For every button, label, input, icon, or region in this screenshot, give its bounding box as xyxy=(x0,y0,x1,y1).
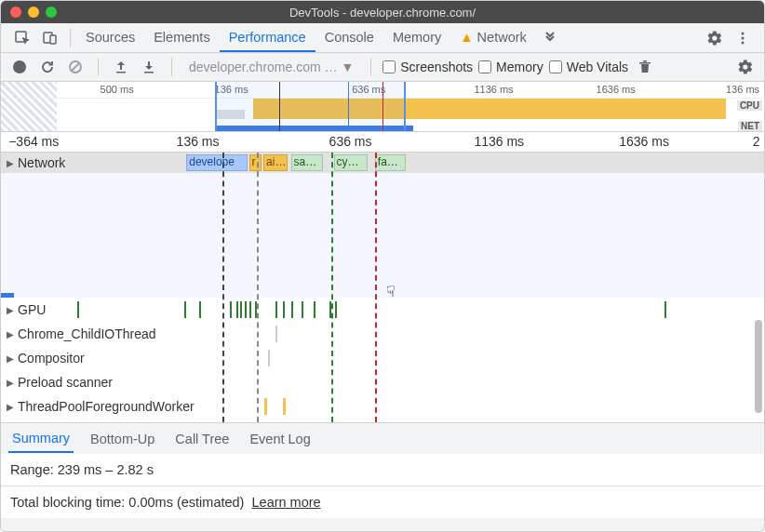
detail-tab-call-tree[interactable]: Call Tree xyxy=(171,426,233,452)
learn-more-link[interactable]: Learn more xyxy=(252,495,321,510)
clear-button[interactable] xyxy=(64,56,87,78)
gpu-task[interactable] xyxy=(245,301,247,318)
performance-toolbar: developer.chrome.com … ▼ Screenshots Mem… xyxy=(1,53,764,82)
gpu-task[interactable] xyxy=(283,301,285,318)
tab-elements[interactable]: Elements xyxy=(144,24,219,52)
childio-track[interactable]: ▶Chrome_ChildIOThread xyxy=(1,322,764,346)
marker-line xyxy=(257,153,259,422)
gpu-task[interactable] xyxy=(77,301,79,318)
cursor-icon: ☟ xyxy=(386,283,396,300)
threadpool-track[interactable]: ▶ThreadPoolForegroundWorker xyxy=(1,394,764,419)
empty-lane xyxy=(1,173,764,298)
gpu-task[interactable] xyxy=(291,301,293,318)
ruler-tick: 2 xyxy=(753,134,760,149)
tab-network[interactable]: ▲Network xyxy=(450,24,536,52)
upload-profile-icon[interactable] xyxy=(110,56,132,78)
gpu-task[interactable] xyxy=(314,301,315,318)
download-profile-icon[interactable] xyxy=(138,56,160,78)
preload-track[interactable]: ▶Preload scanner xyxy=(1,370,764,394)
gpu-task[interactable] xyxy=(275,301,277,318)
detail-tab-bottom-up[interactable]: Bottom-Up xyxy=(87,426,158,452)
svg-rect-7 xyxy=(116,72,126,73)
marker-line xyxy=(222,153,224,422)
divider xyxy=(70,29,71,47)
divider xyxy=(171,58,172,76)
kebab-menu-icon[interactable] xyxy=(732,28,753,48)
window-title: DevTools - developer.chrome.com/ xyxy=(1,6,764,20)
detail-tab-summary[interactable]: Summary xyxy=(8,425,74,453)
network-request-block[interactable]: fa… xyxy=(375,154,406,171)
overview-tick: 500 ms xyxy=(101,84,134,95)
warning-icon: ▲ xyxy=(460,30,473,45)
webvitals-checkbox[interactable]: Web Vitals xyxy=(549,60,628,74)
gpu-task[interactable] xyxy=(240,301,242,318)
main-ruler[interactable]: −364 ms136 ms636 ms1136 ms1636 ms2 xyxy=(1,132,764,153)
summary-pane: Range: 239 ms – 2.82 s Total blocking ti… xyxy=(1,454,764,518)
gpu-task[interactable] xyxy=(302,301,303,318)
recording-selector[interactable]: developer.chrome.com … ▼ xyxy=(183,60,359,74)
cpu-lane-label: CPU xyxy=(737,100,762,111)
more-tabs-icon[interactable] xyxy=(540,28,560,48)
ruler-tick: 1636 ms xyxy=(619,134,669,149)
network-request-block[interactable]: ai… xyxy=(263,154,288,171)
device-toolbar-icon[interactable] xyxy=(40,28,60,48)
expand-caret-icon[interactable]: ▶ xyxy=(7,378,14,388)
network-request-block[interactable]: develope xyxy=(186,154,248,171)
divider xyxy=(98,58,99,76)
expand-caret-icon[interactable]: ▶ xyxy=(7,329,14,339)
details-tabbar: SummaryBottom-UpCall TreeEvent Log xyxy=(1,422,764,454)
ruler-tick: 636 ms xyxy=(329,134,372,149)
ruler-tick: 1136 ms xyxy=(474,134,524,149)
capture-settings-gear-icon[interactable] xyxy=(734,56,757,78)
scrollbar[interactable] xyxy=(755,320,762,413)
compositor-track[interactable]: ▶Compositor xyxy=(1,346,764,370)
gpu-task[interactable] xyxy=(236,301,238,318)
tab-console[interactable]: Console xyxy=(315,24,383,52)
overview-tick: 1636 ms xyxy=(597,84,636,95)
network-track[interactable]: ▶Network developerai…sa…cy…fa… xyxy=(1,153,764,173)
main-tabbar: SourcesElementsPerformanceConsoleMemory▲… xyxy=(1,23,764,53)
record-button[interactable] xyxy=(8,56,31,78)
settings-gear-icon[interactable] xyxy=(705,28,725,48)
gpu-task[interactable] xyxy=(249,301,251,318)
gpu-task[interactable] xyxy=(230,301,232,318)
window-titlebar: DevTools - developer.chrome.com/ xyxy=(1,1,764,23)
expand-caret-icon[interactable]: ▶ xyxy=(7,305,14,315)
expand-caret-icon[interactable]: ▶ xyxy=(7,402,14,412)
ruler-tick: −364 ms xyxy=(8,134,59,149)
ruler-tick: 136 ms xyxy=(177,134,220,149)
tab-sources[interactable]: Sources xyxy=(76,24,144,52)
overview-tick: 136 ms xyxy=(726,84,759,95)
gpu-task[interactable] xyxy=(664,301,666,318)
svg-rect-8 xyxy=(144,72,154,73)
gpu-track[interactable]: ▶GPU xyxy=(1,298,764,322)
flame-chart[interactable]: ▶Network developerai…sa…cy…fa… ▶GPU ▶Chr… xyxy=(1,153,764,422)
expand-caret-icon[interactable]: ▶ xyxy=(7,158,14,168)
overview-tick: 1136 ms xyxy=(474,84,513,95)
expand-caret-icon[interactable]: ▶ xyxy=(7,353,14,364)
reload-record-button[interactable] xyxy=(36,56,59,78)
divider xyxy=(370,58,371,76)
gpu-task[interactable] xyxy=(335,301,337,318)
screenshots-checkbox[interactable]: Screenshots xyxy=(382,60,473,74)
net-lane-label: NET xyxy=(738,121,762,131)
timeline-overview[interactable]: 500 ms136 ms636 ms1136 ms1636 ms136 ms C… xyxy=(1,82,764,132)
tab-performance[interactable]: Performance xyxy=(220,24,315,52)
marker-line xyxy=(331,153,333,422)
network-request-block[interactable]: r xyxy=(249,154,262,171)
inspect-element-icon[interactable] xyxy=(12,28,33,48)
svg-point-5 xyxy=(742,41,745,44)
network-request-block[interactable]: cy… xyxy=(334,154,369,171)
summary-tbt: Total blocking time: 0.00ms (estimated) … xyxy=(1,485,764,518)
tab-memory[interactable]: Memory xyxy=(383,24,450,52)
summary-range: Range: 239 ms – 2.82 s xyxy=(1,454,764,485)
svg-point-4 xyxy=(742,36,745,39)
marker-line xyxy=(375,153,377,422)
gpu-task[interactable] xyxy=(199,301,201,318)
gpu-task[interactable] xyxy=(184,301,186,318)
detail-tab-event-log[interactable]: Event Log xyxy=(246,426,314,452)
network-request-block[interactable]: sa… xyxy=(291,154,323,171)
memory-checkbox[interactable]: Memory xyxy=(478,60,544,74)
svg-rect-2 xyxy=(50,35,56,44)
delete-recording-icon[interactable] xyxy=(634,56,656,78)
